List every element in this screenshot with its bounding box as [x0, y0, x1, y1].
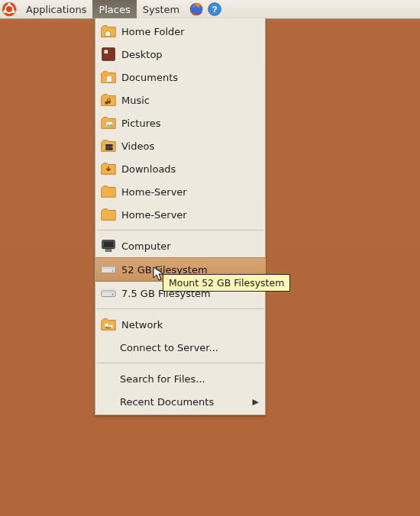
- panel-launchers: ?: [187, 0, 224, 18]
- svg-rect-26: [109, 325, 113, 328]
- places-dropdown: Home Folder Desktop Documents Music: [95, 18, 266, 415]
- folder-network-icon: [100, 316, 117, 333]
- svg-rect-10: [105, 50, 108, 54]
- menuitem-documents[interactable]: Documents: [95, 66, 265, 89]
- menuitem-desktop-label: Desktop: [121, 49, 163, 60]
- folder-home-icon: [100, 23, 117, 40]
- menuitem-connect-server[interactable]: Connect to Server...: [95, 336, 265, 359]
- system-label: System: [143, 4, 179, 15]
- distro-logo[interactable]: [0, 0, 20, 18]
- menuitem-videos[interactable]: Videos: [95, 134, 265, 157]
- svg-text:?: ?: [212, 4, 218, 14]
- menuitem-music-label: Music: [121, 95, 150, 106]
- svg-rect-23: [102, 290, 115, 292]
- svg-rect-15: [105, 149, 112, 150]
- menuitem-recent-label: Recent Documents: [120, 396, 214, 408]
- svg-rect-20: [102, 266, 115, 269]
- menuitem-home-server-1[interactable]: Home-Server: [95, 180, 265, 203]
- drive-icon: [100, 285, 117, 302]
- svg-point-24: [111, 294, 113, 295]
- menuitem-music[interactable]: Music: [95, 89, 265, 111]
- folder-music-icon: [100, 92, 117, 108]
- svg-point-2: [8, 2, 11, 5]
- menuitem-search-label: Search for Files...: [120, 373, 205, 385]
- menuitem-computer[interactable]: Computer: [95, 234, 265, 257]
- menuitem-connect-label: Connect to Server...: [120, 342, 218, 353]
- separator: [97, 308, 263, 309]
- places-menu[interactable]: Places: [92, 0, 136, 18]
- svg-rect-18: [105, 250, 111, 252]
- menuitem-home-server-2-label: Home-Server: [121, 209, 187, 221]
- mouse-cursor-icon: [153, 266, 165, 282]
- menuitem-search[interactable]: Search for Files...: [95, 367, 265, 390]
- folder-documents-icon: [100, 69, 117, 85]
- menuitem-home[interactable]: Home Folder: [95, 20, 265, 43]
- tooltip: Mount 52 GB Filesystem: [163, 274, 290, 292]
- menuitem-network-label: Network: [121, 319, 163, 331]
- submenu-arrow-icon: ▶: [253, 397, 259, 407]
- folder-videos-icon: [100, 137, 117, 154]
- menuitem-home-server-1-label: Home-Server: [121, 186, 187, 198]
- svg-point-4: [12, 10, 15, 13]
- menuitem-home-label: Home Folder: [121, 26, 185, 37]
- ubuntu-logo-icon: [2, 2, 17, 17]
- menuitem-pictures-label: Pictures: [121, 118, 160, 129]
- folder-downloads-icon: [100, 160, 117, 177]
- applications-label: Applications: [26, 4, 86, 15]
- menuitem-videos-label: Videos: [121, 140, 154, 152]
- svg-rect-9: [102, 48, 115, 61]
- menuitem-recent-documents[interactable]: Recent Documents ▶: [95, 390, 265, 413]
- svg-point-21: [111, 270, 113, 272]
- svg-rect-25: [105, 324, 108, 327]
- svg-rect-14: [105, 144, 112, 146]
- menuitem-downloads-label: Downloads: [121, 163, 176, 175]
- places-label: Places: [99, 4, 130, 15]
- folder-icon: [100, 206, 117, 223]
- applications-menu[interactable]: Applications: [20, 0, 92, 18]
- system-menu[interactable]: System: [137, 0, 186, 18]
- svg-point-3: [3, 10, 6, 13]
- menuitem-home-server-2[interactable]: Home-Server: [95, 203, 265, 226]
- menuitem-pictures[interactable]: Pictures: [95, 111, 265, 134]
- folder-pictures-icon: [100, 114, 117, 131]
- menuitem-documents-label: Documents: [121, 72, 178, 83]
- help-icon[interactable]: ?: [207, 2, 222, 17]
- menuitem-network[interactable]: Network: [95, 313, 265, 336]
- computer-icon: [100, 237, 117, 254]
- desktop-icon: [100, 46, 117, 63]
- firefox-icon[interactable]: [189, 2, 204, 17]
- tooltip-text: Mount 52 GB Filesystem: [169, 277, 284, 289]
- top-panel: Applications Places System ?: [0, 0, 420, 19]
- separator: [97, 230, 263, 231]
- drive-icon: [100, 261, 117, 278]
- folder-icon: [100, 183, 117, 200]
- svg-rect-17: [104, 242, 114, 247]
- menuitem-desktop[interactable]: Desktop: [95, 43, 265, 66]
- svg-rect-11: [106, 76, 111, 82]
- separator: [97, 363, 263, 363]
- menuitem-computer-label: Computer: [121, 240, 171, 252]
- menuitem-downloads[interactable]: Downloads: [95, 157, 265, 180]
